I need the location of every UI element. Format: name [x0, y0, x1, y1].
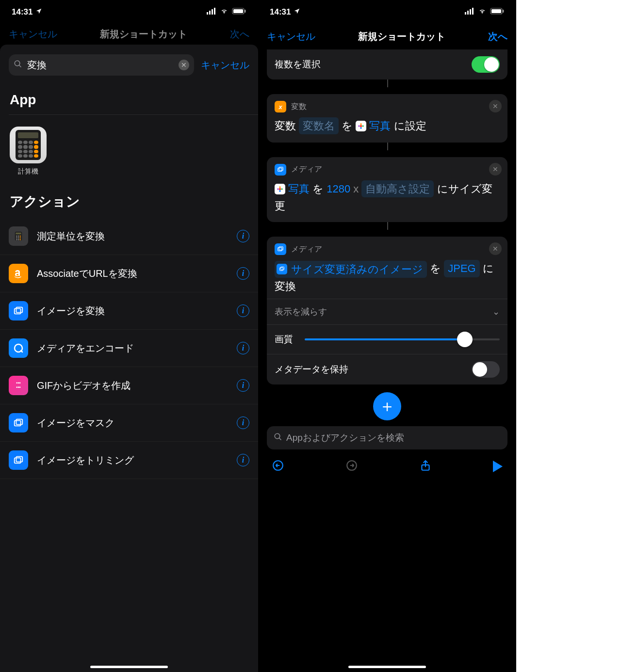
format-field[interactable]: JPEG — [444, 260, 479, 277]
action-label: イメージを変換 — [37, 304, 228, 318]
svg-point-13 — [16, 239, 17, 240]
media-icon — [277, 264, 287, 274]
action-card-convert-image[interactable]: ✕ メディア サイズ変更済みのイメージ を JPEG に変換 表示を減らす — [267, 237, 507, 384]
select-multiple-toggle[interactable] — [472, 56, 500, 73]
home-indicator[interactable] — [90, 666, 168, 668]
action-item[interactable]: イメージを変換i — [0, 292, 258, 330]
svg-rect-46 — [280, 268, 283, 271]
action-card-set-variable[interactable]: ✕ x 変数 変数 変数名 を 写真 に設定 — [267, 94, 507, 143]
action-category-label: メディア — [291, 244, 322, 255]
info-icon[interactable]: i — [237, 230, 249, 242]
info-icon[interactable]: i — [237, 267, 249, 280]
calculator-icon — [10, 127, 47, 163]
svg-rect-0 — [207, 12, 208, 15]
next-button[interactable]: 次へ — [488, 30, 507, 43]
images-icon — [9, 450, 28, 470]
width-field[interactable]: 1280 — [327, 183, 350, 195]
footer-search-field[interactable]: Appおよびアクションを検索 — [267, 426, 507, 449]
search-field[interactable]: ✕ — [9, 54, 194, 76]
svg-rect-30 — [491, 9, 501, 13]
add-action-button[interactable]: ＋ — [373, 392, 401, 420]
svg-rect-18 — [15, 308, 21, 314]
action-card-resize-image[interactable]: ✕ メディア 写真 を 1280 x 自動高さ設定 にサイズ変更 — [267, 157, 507, 223]
svg-point-34 — [362, 125, 364, 127]
action-item[interactable]: メディアをエンコードi — [0, 330, 258, 367]
undo-button[interactable] — [272, 459, 284, 474]
signal-icon — [465, 7, 474, 17]
svg-point-42 — [279, 190, 281, 192]
info-icon[interactable]: i — [237, 416, 249, 429]
info-icon[interactable]: i — [237, 342, 249, 354]
svg-rect-2 — [212, 9, 213, 15]
bg-next: 次へ — [230, 28, 249, 41]
svg-rect-5 — [233, 9, 243, 13]
quality-slider[interactable] — [305, 332, 500, 347]
svg-point-39 — [279, 188, 281, 190]
chevron-down-icon: ⌄ — [492, 306, 500, 317]
run-button[interactable] — [493, 461, 503, 472]
redo-button — [345, 459, 358, 474]
action-item[interactable]: イメージをマスクi — [0, 404, 258, 442]
status-bar: 14:31 — [258, 0, 516, 23]
background-nav: キャンセル 新規ショートカット 次へ — [0, 23, 258, 45]
cancel-button[interactable]: キャンセル — [267, 30, 315, 43]
svg-rect-19 — [16, 307, 22, 313]
gif-icon: •••••• — [9, 376, 28, 395]
svg-point-12 — [18, 237, 19, 238]
photos-icon — [275, 184, 285, 194]
svg-rect-3 — [214, 8, 215, 15]
action-label: 測定単位を変換 — [37, 230, 228, 243]
delete-action-icon[interactable]: ✕ — [489, 100, 502, 112]
delete-action-icon[interactable]: ✕ — [489, 163, 502, 176]
section-heading-actions: アクション — [0, 181, 258, 218]
info-icon[interactable]: i — [237, 379, 249, 392]
svg-rect-27 — [470, 9, 471, 15]
svg-rect-22 — [16, 419, 22, 425]
svg-rect-44 — [278, 248, 282, 251]
input-image-token[interactable]: サイズ変更済みのイメージ — [291, 261, 423, 278]
photos-icon — [356, 121, 366, 131]
svg-rect-6 — [245, 10, 246, 13]
wifi-icon — [219, 7, 229, 17]
select-multiple-label: 複数を選択 — [275, 58, 321, 71]
action-item[interactable]: イメージをトリミングi — [0, 442, 258, 479]
input-image-token[interactable]: 写真 — [288, 180, 310, 197]
action-label: イメージをマスク — [37, 416, 228, 430]
share-button[interactable] — [419, 459, 432, 474]
text-segment: に設定 — [394, 120, 426, 132]
page-title: 新規ショートカット — [358, 30, 445, 43]
svg-point-32 — [360, 125, 362, 128]
qt-icon — [9, 338, 28, 358]
svg-point-9 — [16, 236, 17, 237]
action-category-label: 変数 — [291, 102, 307, 112]
svg-point-17 — [19, 239, 20, 240]
info-icon[interactable]: i — [237, 304, 249, 317]
variable-value-token[interactable]: 写真 — [369, 117, 391, 134]
clear-icon[interactable]: ✕ — [179, 60, 189, 70]
action-item[interactable]: ••••••GIFからビデオを作成i — [0, 367, 258, 404]
app-label: 計算機 — [10, 167, 47, 176]
info-icon[interactable]: i — [237, 454, 249, 466]
home-indicator[interactable] — [348, 666, 426, 668]
action-card-select-multiple: 複数を選択 — [267, 49, 507, 80]
variable-name-field[interactable]: 変数名 — [299, 117, 339, 134]
height-field[interactable]: 自動高さ設定 — [361, 180, 434, 197]
svg-point-15 — [19, 236, 20, 237]
svg-point-10 — [18, 236, 19, 237]
text-segment: 変数 — [275, 120, 296, 132]
media-icon — [275, 164, 286, 176]
images-icon — [9, 301, 28, 320]
search-input[interactable] — [26, 59, 175, 71]
show-less-button[interactable]: 表示を減らす ⌄ — [267, 299, 507, 324]
svg-point-11 — [16, 237, 17, 238]
text-segment: を — [312, 183, 324, 195]
app-calculator[interactable]: 計算機 — [10, 127, 47, 176]
svg-rect-23 — [15, 458, 21, 463]
battery-icon — [232, 7, 246, 17]
action-item[interactable]: AssociateでURLを変換i — [0, 255, 258, 292]
search-cancel-button[interactable]: キャンセル — [201, 59, 249, 72]
svg-rect-26 — [467, 11, 469, 15]
nav-bar: キャンセル 新規ショートカット 次へ — [258, 23, 516, 49]
action-item[interactable]: 測定単位を変換i — [0, 218, 258, 255]
metadata-toggle[interactable] — [472, 361, 500, 378]
